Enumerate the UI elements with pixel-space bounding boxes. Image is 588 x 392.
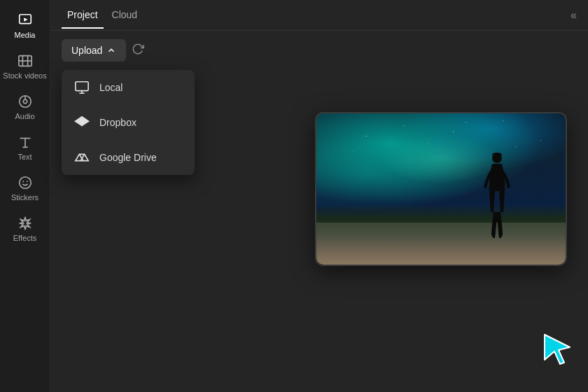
main-panel: Project Cloud « Upload bbox=[50, 0, 588, 392]
tab-project[interactable]: Project bbox=[62, 2, 104, 29]
tabs-actions: « bbox=[570, 9, 577, 22]
stock-videos-icon bbox=[18, 53, 33, 69]
sidebar-item-label: Text bbox=[18, 153, 31, 161]
upload-button[interactable]: Upload bbox=[62, 39, 126, 62]
upload-label: Upload bbox=[71, 45, 102, 56]
sidebar-item-label: Audio bbox=[15, 112, 34, 120]
ground bbox=[316, 223, 566, 265]
dropdown-item-local-label: Local bbox=[99, 82, 122, 93]
svg-point-14 bbox=[26, 181, 27, 182]
dropdown-item-dropbox-label: Dropbox bbox=[99, 117, 136, 128]
collapse-icon[interactable]: « bbox=[570, 9, 577, 22]
aurora-scene bbox=[316, 113, 566, 265]
toolbar: Upload bbox=[50, 31, 588, 70]
text-icon bbox=[18, 134, 33, 150]
google-drive-icon bbox=[74, 150, 90, 165]
preview-image bbox=[315, 112, 567, 266]
stickers-icon bbox=[18, 175, 33, 190]
sidebar-item-stock-videos[interactable]: Stock videos bbox=[0, 46, 50, 87]
dropdown-item-google-drive-label: Google Drive bbox=[99, 152, 157, 163]
dropbox-icon bbox=[74, 115, 90, 130]
svg-rect-15 bbox=[76, 82, 88, 91]
svg-point-13 bbox=[22, 181, 24, 182]
svg-marker-1 bbox=[24, 18, 28, 21]
dropdown-item-dropbox[interactable]: Dropbox bbox=[62, 105, 195, 140]
sidebar: Media Stock videos Audio Text bbox=[0, 0, 50, 392]
dropdown-item-google-drive[interactable]: Google Drive bbox=[62, 140, 195, 175]
media-icon bbox=[18, 13, 33, 28]
refresh-icon[interactable] bbox=[132, 43, 144, 58]
sidebar-item-audio[interactable]: Audio bbox=[0, 87, 50, 127]
tabs-bar: Project Cloud « bbox=[50, 0, 588, 31]
sidebar-item-label: Media bbox=[15, 31, 36, 39]
tab-cloud[interactable]: Cloud bbox=[106, 2, 144, 29]
sidebar-item-stickers[interactable]: Stickers bbox=[0, 168, 50, 209]
effects-icon bbox=[18, 216, 33, 231]
audio-icon bbox=[18, 94, 33, 109]
upload-dropdown: Local Dropbox Google Drive bbox=[62, 70, 195, 175]
person-silhouette bbox=[478, 153, 517, 244]
sidebar-item-label: Effects bbox=[13, 234, 36, 242]
tabs-list: Project Cloud bbox=[62, 2, 143, 28]
sidebar-item-media[interactable]: Media bbox=[0, 6, 50, 46]
sidebar-item-effects[interactable]: Effects bbox=[0, 209, 50, 249]
svg-point-12 bbox=[19, 177, 31, 189]
dropdown-item-local[interactable]: Local bbox=[62, 70, 195, 105]
cursor-icon bbox=[542, 332, 573, 365]
sidebar-item-label: Stickers bbox=[11, 193, 38, 202]
sidebar-item-label: Stock videos bbox=[3, 71, 46, 80]
chevron-up-icon bbox=[106, 46, 116, 55]
svg-point-7 bbox=[23, 99, 27, 104]
sidebar-item-text[interactable]: Text bbox=[0, 127, 50, 168]
local-icon bbox=[74, 80, 90, 95]
